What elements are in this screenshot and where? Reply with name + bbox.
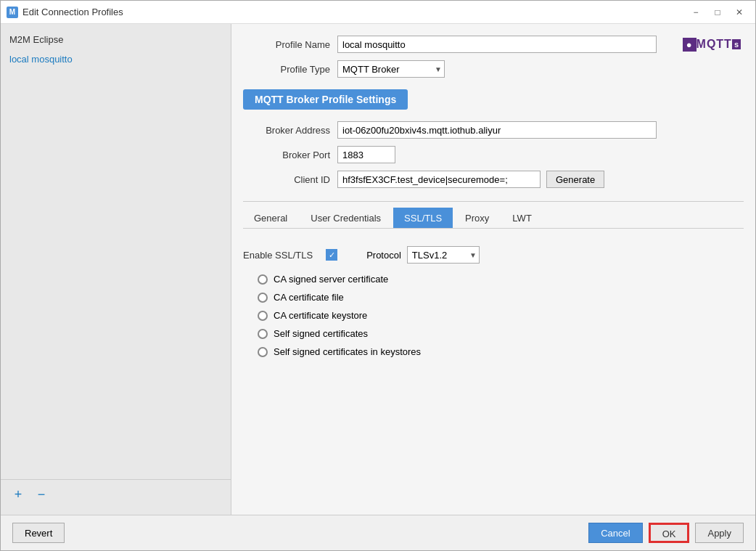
add-profile-button[interactable]: +: [9, 486, 27, 503]
profile-type-select[interactable]: MQTT Broker MQTT Broker (SSL) Generic: [337, 60, 445, 78]
ssl-enable-row: Enable SSL/TLS ✓ Protocol TLSv1.2 TLSv1.…: [243, 246, 744, 264]
profile-type-row: Profile Type MQTT Broker MQTT Broker (SS…: [243, 60, 744, 78]
broker-port-label: Broker Port: [243, 150, 337, 160]
ssl-radio-options: CA signed server certificate CA certific…: [258, 274, 744, 357]
protocol-label: Protocol: [366, 250, 401, 261]
radio-ca-cert-keystore-label: CA certificate keystore: [274, 310, 367, 321]
tabs-row: General User Credentials SSL/TLS Proxy L…: [243, 208, 744, 229]
sidebar-footer: + −: [1, 479, 231, 509]
radio-ca-signed-label: CA signed server certificate: [274, 274, 388, 285]
protocol-select[interactable]: TLSv1.2 TLSv1.1 TLSv1.0 SSLv3: [407, 246, 480, 264]
window-controls: − □ ✕: [686, 5, 749, 20]
tab-proxy[interactable]: Proxy: [454, 208, 500, 228]
profile-name-label: Profile Name: [243, 39, 337, 50]
radio-self-signed[interactable]: Self signed certificates: [258, 328, 744, 339]
radio-ca-cert-file[interactable]: CA certificate file: [258, 292, 744, 303]
broker-address-label: Broker Address: [243, 125, 337, 136]
radio-self-signed-circle[interactable]: [258, 329, 268, 339]
divider-1: [243, 201, 744, 202]
ssl-enable-label: Enable SSL/TLS: [243, 250, 320, 261]
ssl-enable-checkbox[interactable]: ✓: [326, 249, 337, 261]
protocol-select-wrapper: TLSv1.2 TLSv1.1 TLSv1.0 SSLv3 ▼: [407, 246, 480, 264]
bottom-bar-left: Revert: [12, 523, 588, 543]
section-header: MQTT Broker Profile Settings: [243, 85, 744, 121]
profile-name-input[interactable]: [337, 36, 657, 53]
broker-port-input[interactable]: [337, 146, 395, 163]
profile-type-label: Profile Type: [243, 64, 337, 75]
ssl-section: Enable SSL/TLS ✓ Protocol TLSv1.2 TLSv1.…: [243, 240, 744, 363]
radio-self-signed-keystores-circle[interactable]: [258, 347, 268, 357]
broker-address-input[interactable]: [337, 121, 657, 139]
sidebar-item-local-mosquitto[interactable]: local mosquitto: [1, 49, 231, 69]
window-title: Edit Connection Profiles: [22, 7, 686, 17]
tab-ssl-tls[interactable]: SSL/TLS: [393, 208, 453, 228]
titlebar: M Edit Connection Profiles − □ ✕: [1, 1, 755, 24]
client-id-label: Client ID: [243, 174, 337, 185]
revert-button[interactable]: Revert: [12, 523, 65, 543]
ssl-enable-left: Enable SSL/TLS ✓: [243, 249, 337, 261]
radio-ca-cert-keystore-circle[interactable]: [258, 311, 268, 321]
right-panel: Profile Name ● MQTT s Profile Type MQTT …: [231, 24, 755, 515]
close-button[interactable]: ✕: [729, 5, 749, 20]
profile-name-row: Profile Name ● MQTT s: [243, 36, 744, 53]
profile-type-select-wrapper: MQTT Broker MQTT Broker (SSL) Generic ▼: [337, 60, 445, 78]
tab-user-credentials[interactable]: User Credentials: [300, 208, 392, 228]
broker-port-row: Broker Port: [243, 146, 744, 163]
radio-ca-signed-circle[interactable]: [258, 274, 268, 285]
bottom-bar-right: Cancel OK Apply: [588, 523, 744, 543]
radio-ca-cert-keystore[interactable]: CA certificate keystore: [258, 310, 744, 321]
radio-self-signed-label: Self signed certificates: [274, 328, 368, 339]
radio-self-signed-keystores[interactable]: Self signed certificates in keystores: [258, 346, 744, 357]
main-content: M2M Eclipse local mosquitto + − Profile …: [1, 24, 755, 515]
radio-ca-cert-file-label: CA certificate file: [274, 292, 344, 303]
app-icon: M: [7, 7, 18, 18]
bottom-bar: Revert Cancel OK Apply: [1, 515, 755, 550]
sidebar-item-m2m-eclipse[interactable]: M2M Eclipse: [1, 30, 231, 49]
broker-address-row: Broker Address: [243, 121, 744, 139]
client-id-input[interactable]: [337, 171, 541, 188]
radio-ca-cert-file-circle[interactable]: [258, 293, 268, 303]
generate-button[interactable]: Generate: [546, 171, 604, 188]
sidebar: M2M Eclipse local mosquitto + −: [1, 24, 231, 515]
minimize-button[interactable]: −: [686, 5, 706, 20]
ssl-protocol-right: Protocol TLSv1.2 TLSv1.1 TLSv1.0 SSLv3 ▼: [366, 246, 480, 264]
cancel-button[interactable]: Cancel: [588, 523, 642, 543]
maximize-button[interactable]: □: [707, 5, 728, 20]
radio-self-signed-keystores-label: Self signed certificates in keystores: [274, 346, 421, 357]
tab-lwt[interactable]: LWT: [501, 208, 542, 228]
radio-ca-signed[interactable]: CA signed server certificate: [258, 274, 744, 285]
tab-general[interactable]: General: [243, 208, 298, 228]
ok-button[interactable]: OK: [649, 523, 690, 543]
client-id-row: Client ID Generate: [243, 171, 744, 188]
mqtt-logo: ● MQTT s: [683, 38, 741, 52]
apply-button[interactable]: Apply: [695, 523, 744, 543]
remove-profile-button[interactable]: −: [33, 486, 50, 503]
